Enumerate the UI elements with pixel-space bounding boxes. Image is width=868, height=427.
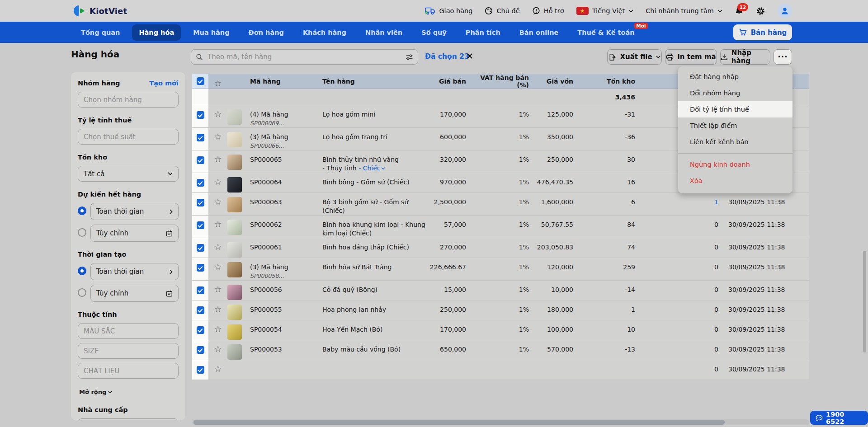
group-filter-input[interactable] bbox=[78, 92, 179, 108]
row-checkbox[interactable] bbox=[197, 199, 204, 206]
menu-item[interactable]: Thiết lập điểm bbox=[678, 117, 793, 134]
nav-item[interactable]: Sổ quỹ bbox=[415, 24, 453, 41]
star-icon[interactable] bbox=[214, 304, 222, 314]
support-chat-button[interactable]: 1900 6522 bbox=[810, 411, 868, 425]
table-row[interactable]: SP000053 Baby màu cầu vồng (Bó) 650,000 … bbox=[192, 340, 809, 360]
customer-order-cell[interactable]: 0 bbox=[635, 281, 718, 294]
row-checkbox[interactable] bbox=[197, 264, 204, 272]
row-checkbox[interactable] bbox=[197, 286, 204, 294]
nav-item[interactable]: Tổng quan bbox=[74, 24, 127, 41]
row-checkbox[interactable] bbox=[197, 156, 204, 164]
star-icon[interactable] bbox=[214, 344, 222, 354]
horizontal-scrollbar[interactable] bbox=[192, 419, 809, 425]
support-menu[interactable]: Hỗ trợ bbox=[532, 7, 564, 15]
menu-item[interactable]: Liên kết kênh bán bbox=[678, 134, 793, 150]
select-all-checkbox[interactable] bbox=[197, 77, 204, 85]
supplier-filter-input[interactable] bbox=[78, 418, 179, 420]
star-icon[interactable] bbox=[214, 324, 222, 334]
col-header-price[interactable]: Giá bán bbox=[426, 78, 466, 85]
menu-item[interactable]: Đổi nhóm hàng bbox=[678, 85, 793, 101]
row-checkbox[interactable] bbox=[197, 306, 204, 314]
forecast-alltime-radio[interactable] bbox=[78, 206, 86, 215]
filter-sliders-icon[interactable] bbox=[406, 53, 413, 61]
attr-size-input[interactable] bbox=[78, 343, 179, 359]
forecast-custom-option[interactable]: Tùy chỉnh bbox=[90, 225, 179, 242]
star-icon[interactable] bbox=[214, 177, 222, 187]
table-row[interactable]: SP000063 Bộ 3 bình gốm sứ - Gốm sứ (Chiế… bbox=[192, 193, 809, 216]
created-custom-option[interactable]: Tùy chỉnh bbox=[90, 285, 179, 302]
customer-order-cell[interactable]: 0 bbox=[635, 258, 718, 272]
kiotviet-logo[interactable]: KiotViet bbox=[72, 4, 127, 18]
language-menu[interactable]: ★ Tiếng Việt bbox=[576, 7, 634, 15]
print-labels-button[interactable]: In tem mã bbox=[665, 49, 717, 65]
star-icon[interactable] bbox=[214, 197, 222, 206]
created-alltime-option[interactable]: Toàn thời gian bbox=[90, 263, 179, 280]
forecast-custom-radio[interactable] bbox=[78, 228, 86, 237]
theme-menu[interactable]: Chủ đề bbox=[485, 7, 519, 15]
customer-order-cell[interactable]: 0 bbox=[635, 340, 718, 354]
table-row[interactable]: SP000061 Bình hoa dáng thấp (Chiếc) 270,… bbox=[192, 238, 809, 258]
shipping-menu[interactable]: Giao hàng bbox=[425, 7, 472, 15]
notifications-button[interactable]: 12 bbox=[735, 6, 744, 15]
col-header-vat[interactable]: VAT hàng bán (%) bbox=[466, 74, 529, 89]
nav-item[interactable]: Phân tích bbox=[459, 24, 507, 41]
col-header-cost[interactable]: Giá vốn bbox=[529, 78, 573, 85]
attr-material-input[interactable] bbox=[78, 363, 179, 379]
nav-item[interactable]: Thuế & Kế toán Mới bbox=[571, 24, 641, 41]
col-header-code[interactable]: Mã hàng bbox=[250, 78, 322, 85]
col-header-name[interactable]: Tên hàng bbox=[322, 78, 426, 85]
forecast-alltime-option[interactable]: Toàn thời gian bbox=[90, 203, 179, 220]
menu-item-danger[interactable]: Ngừng kinh doanh bbox=[678, 156, 793, 173]
table-row[interactable]: SP000056 Cỏ đá quý (Bông) 15,000 1% 10,0… bbox=[192, 281, 809, 300]
tax-filter-input[interactable] bbox=[78, 129, 179, 145]
star-icon[interactable] bbox=[214, 131, 222, 141]
more-actions-button[interactable]: ··· bbox=[774, 49, 792, 65]
settings-button[interactable] bbox=[756, 6, 765, 16]
nav-item[interactable]: Mua hàng bbox=[186, 24, 236, 41]
table-row[interactable]: SP000055 Hoa phong lan nhảy 250,000 1% 1… bbox=[192, 300, 809, 320]
branch-selector[interactable]: Chi nhánh trung tâm bbox=[646, 7, 722, 14]
nav-item[interactable]: Đơn hàng bbox=[242, 24, 291, 41]
customer-order-cell[interactable]: 1 bbox=[635, 193, 718, 206]
created-custom-radio[interactable] bbox=[78, 288, 86, 297]
customer-order-cell[interactable]: 0 bbox=[635, 300, 718, 314]
row-checkbox[interactable] bbox=[197, 221, 204, 229]
row-checkbox[interactable] bbox=[197, 326, 204, 334]
table-row[interactable]: (3) Mã hàng SP000058... Bình hóa sứ Bát … bbox=[192, 258, 809, 281]
menu-item[interactable]: Đổi tỷ lệ tính thuế bbox=[678, 101, 793, 117]
clear-selection-button[interactable] bbox=[467, 53, 473, 59]
star-icon[interactable] bbox=[214, 284, 222, 294]
search-input[interactable] bbox=[207, 52, 406, 61]
nav-item[interactable]: Khách hàng bbox=[296, 24, 353, 41]
nav-item[interactable]: Hàng hóa bbox=[132, 24, 181, 41]
customer-order-cell[interactable]: 0 bbox=[635, 238, 718, 252]
nav-item[interactable]: Bán online bbox=[513, 24, 566, 41]
star-icon[interactable] bbox=[214, 219, 222, 229]
created-alltime-radio[interactable] bbox=[78, 267, 86, 275]
row-checkbox[interactable] bbox=[197, 179, 204, 187]
row-checkbox[interactable] bbox=[197, 111, 204, 119]
star-icon[interactable] bbox=[214, 154, 222, 164]
star-icon[interactable] bbox=[214, 242, 222, 252]
create-group-link[interactable]: Tạo mới bbox=[149, 80, 179, 87]
menu-item[interactable]: Đặt hàng nhập bbox=[678, 69, 793, 85]
table-row[interactable]: 0 30/09/2025 11:38 bbox=[192, 360, 809, 380]
selected-count-chip[interactable]: Đã chọn 23 bbox=[425, 52, 469, 61]
table-row[interactable]: SP000054 Hoa Yến Mạch (Bó) 170,000 1% 10… bbox=[192, 320, 809, 340]
table-row[interactable]: SP000062 Bình hoa khung kim loại - Khung… bbox=[192, 216, 809, 238]
attr-color-input[interactable] bbox=[78, 323, 179, 339]
star-icon[interactable] bbox=[214, 78, 222, 88]
sell-button[interactable]: Bán hàng bbox=[733, 24, 792, 40]
col-header-stock[interactable]: Tồn kho bbox=[573, 78, 635, 85]
customer-order-cell[interactable]: 0 bbox=[635, 360, 718, 374]
export-file-button[interactable]: Xuất file bbox=[607, 49, 662, 65]
expand-toggle[interactable]: Mở rộng bbox=[79, 389, 179, 395]
star-icon[interactable] bbox=[214, 262, 222, 272]
star-icon[interactable] bbox=[214, 364, 222, 374]
customer-order-cell[interactable]: 0 bbox=[635, 320, 718, 334]
customer-order-cell[interactable]: 0 bbox=[635, 216, 718, 229]
horizontal-scrollbar-thumb[interactable] bbox=[193, 420, 725, 425]
stock-filter-select[interactable]: Tất cả bbox=[78, 166, 179, 182]
import-goods-button[interactable]: Nhập hàng bbox=[720, 49, 770, 65]
row-checkbox[interactable] bbox=[197, 366, 204, 374]
